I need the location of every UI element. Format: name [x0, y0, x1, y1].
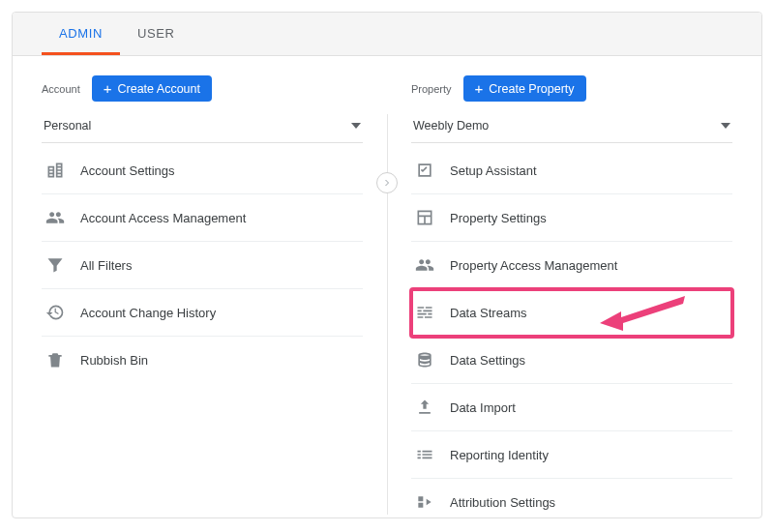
layout-icon	[415, 208, 434, 227]
menu-label: Account Settings	[80, 163, 175, 178]
identity-icon	[415, 445, 434, 464]
tab-user[interactable]: USER	[120, 13, 193, 55]
account-selector[interactable]: Personal	[42, 113, 363, 143]
menu-label: Reporting Identity	[450, 448, 549, 462]
admin-panel: ADMIN USER Account + Create Account Pers…	[12, 12, 762, 518]
menu-label: Data Settings	[450, 353, 525, 368]
property-label: Property	[411, 83, 452, 95]
tab-admin[interactable]: ADMIN	[42, 13, 120, 55]
property-header: Property + Create Property	[411, 75, 732, 102]
menu-label: Data Streams	[450, 306, 526, 320]
property-column: Property + Create Property Weebly Demo S…	[382, 56, 761, 515]
stream-icon	[415, 303, 434, 322]
account-label: Account	[42, 83, 80, 95]
upload-icon	[415, 398, 434, 417]
people-icon	[415, 255, 434, 275]
property-selected: Weebly Demo	[413, 119, 489, 133]
menu-data-import[interactable]: Data Import	[411, 384, 732, 431]
plus-icon: +	[104, 81, 112, 96]
database-icon	[415, 350, 434, 369]
menu-label: Property Access Management	[450, 258, 617, 273]
menu-all-filters[interactable]: All Filters	[42, 242, 363, 289]
admin-body: Account + Create Account Personal Accoun…	[13, 56, 761, 515]
account-selected: Personal	[44, 119, 91, 133]
menu-rubbish-bin[interactable]: Rubbish Bin	[42, 337, 363, 383]
menu-reporting-identity[interactable]: Reporting Identity	[411, 431, 732, 479]
create-property-button[interactable]: + Create Property	[463, 75, 586, 102]
menu-account-access[interactable]: Account Access Management	[42, 194, 363, 242]
menu-property-settings[interactable]: Property Settings	[411, 194, 732, 242]
menu-label: Data Import	[450, 400, 516, 415]
menu-label: Account Access Management	[80, 211, 246, 225]
create-account-button[interactable]: + Create Account	[92, 75, 212, 102]
plus-icon: +	[475, 81, 484, 96]
people-icon	[45, 208, 65, 227]
menu-label: Account Change History	[80, 306, 216, 320]
property-selector[interactable]: Weebly Demo	[411, 113, 732, 143]
menu-change-history[interactable]: Account Change History	[42, 289, 363, 337]
menu-data-settings[interactable]: Data Settings	[411, 337, 732, 384]
filter-icon	[45, 255, 65, 275]
menu-label: Property Settings	[450, 211, 547, 225]
menu-label: All Filters	[80, 258, 132, 273]
checkbox-icon	[415, 161, 434, 180]
top-tabs: ADMIN USER	[13, 13, 761, 56]
create-account-label: Create Account	[118, 82, 200, 96]
menu-label: Setup Assistant	[450, 163, 537, 178]
account-header: Account + Create Account	[42, 75, 363, 102]
menu-attribution-settings[interactable]: Attribution Settings	[411, 479, 732, 518]
account-column: Account + Create Account Personal Accoun…	[13, 56, 382, 515]
collapse-toggle[interactable]	[376, 172, 398, 193]
caret-down-icon	[721, 123, 730, 129]
attribution-icon	[415, 492, 434, 512]
menu-data-streams[interactable]: Data Streams	[411, 289, 732, 337]
menu-label: Rubbish Bin	[80, 353, 148, 368]
history-icon	[45, 303, 65, 322]
account-menu: Account Settings Account Access Manageme…	[42, 147, 363, 383]
building-icon	[45, 161, 65, 180]
menu-setup-assistant[interactable]: Setup Assistant	[411, 147, 732, 194]
menu-label: Attribution Settings	[450, 495, 555, 510]
caret-down-icon	[351, 123, 361, 129]
menu-property-access[interactable]: Property Access Management	[411, 242, 732, 289]
create-property-label: Create Property	[489, 82, 574, 96]
property-menu: Setup Assistant Property Settings Proper…	[411, 147, 732, 518]
menu-account-settings[interactable]: Account Settings	[42, 147, 363, 194]
trash-icon	[45, 350, 65, 369]
